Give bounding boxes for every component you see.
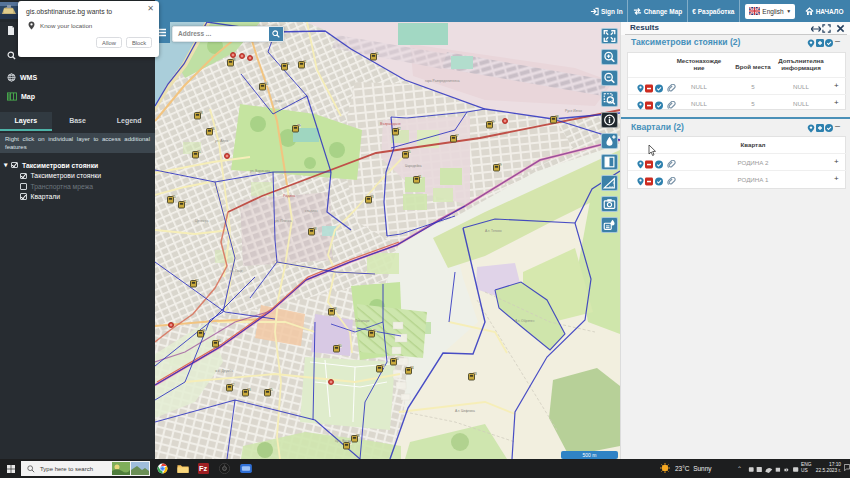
svg-text:бул. Васил: бул. Васил (335, 439, 352, 443)
svg-text:парк: парк (275, 99, 282, 103)
svg-text:стадион: стадион (305, 209, 318, 213)
svg-text:Възраждане: Възраждане (380, 122, 401, 126)
svg-text:Чародейка: Чародейка (405, 164, 422, 168)
svg-text:ул. Плиска: ул. Плиска (275, 219, 292, 223)
svg-text:Fz: Fz (199, 464, 207, 473)
svg-text:ул. Борисова: ул. Борисова (250, 169, 270, 173)
svg-text:ул. Алея: ул. Алея (215, 139, 228, 143)
svg-text:ул. Гоце: ул. Гоце (230, 269, 243, 273)
svg-text:А.т. Тетово: А.т. Тетово (485, 229, 502, 233)
svg-text:ж.к. Дружба: ж.к. Дружба (215, 369, 233, 373)
svg-text:Родина: Родина (283, 194, 295, 198)
svg-text:Центъра: Центъра (195, 219, 208, 223)
svg-text:Русе Изток: Русе Изток (565, 109, 582, 113)
svg-text:Лесопарк: Лесопарк (355, 319, 370, 323)
svg-text:А.т. Чифлика: А.т. Чифлика (455, 409, 475, 413)
svg-text:гара Разпределителна: гара Разпределителна (425, 79, 460, 83)
svg-text:А.т. Обретен: А.т. Обретен (515, 319, 534, 323)
